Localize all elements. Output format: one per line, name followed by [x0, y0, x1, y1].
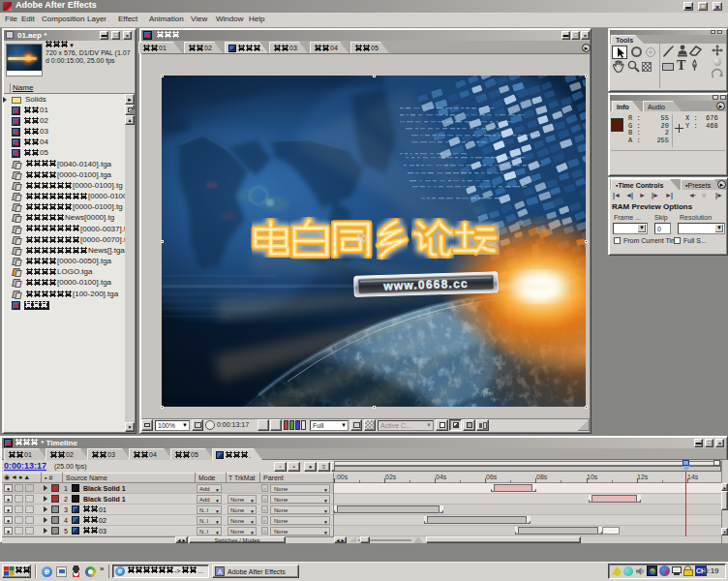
svg-text:www.0668.cc: www.0668.cc	[382, 277, 469, 293]
